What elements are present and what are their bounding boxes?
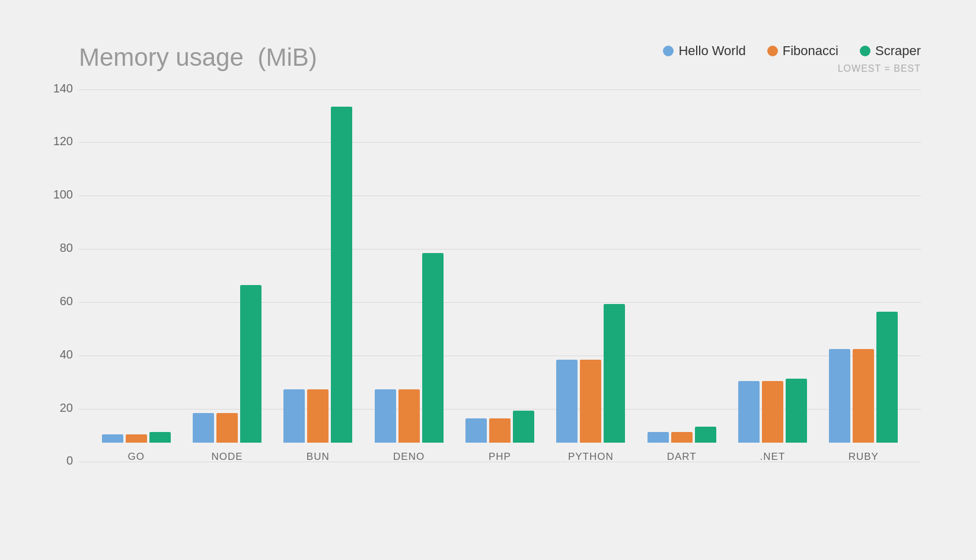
legend-item-scraper: Scraper	[860, 43, 921, 59]
bar-deno-scraper	[422, 253, 444, 443]
bar-ruby-scraper	[876, 312, 898, 443]
chart-area: 140120100806040200 GONODEBUNDENOPHPPYTHO…	[79, 89, 921, 492]
legend-label-hello-world: Hello World	[678, 43, 745, 59]
bar-deno-fibonacci	[398, 389, 420, 443]
legend-note: LOWEST = BEST	[838, 63, 921, 74]
bar-ruby-hello	[829, 349, 850, 443]
bars-bun	[283, 107, 352, 443]
bars-.net	[738, 379, 807, 443]
bar-dart-fibonacci	[671, 432, 693, 443]
bar-php-fibonacci	[489, 418, 511, 443]
bar-group-dart: DART	[648, 427, 716, 463]
bar-deno-hello	[375, 389, 396, 443]
bar-group-python: PYTHON	[556, 304, 625, 463]
y-axis-label-20: 20	[43, 401, 73, 415]
bar-group-bun: BUN	[283, 107, 352, 463]
bar-.net-fibonacci	[762, 381, 783, 443]
bar-group-node: NODE	[193, 285, 261, 463]
title-main: Memory usage	[79, 43, 244, 71]
bar-go-fibonacci	[126, 434, 147, 443]
legend-label-fibonacci: Fibonacci	[783, 43, 838, 59]
y-axis-label-40: 40	[43, 348, 73, 361]
y-axis-label-100: 100	[43, 188, 73, 201]
bar-group-deno: DENO	[375, 253, 444, 463]
bar-group-php: PHP	[465, 411, 534, 463]
legend-dot-fibonacci	[767, 46, 778, 56]
bar-bun-fibonacci	[307, 389, 328, 443]
bar-php-hello	[465, 418, 487, 443]
y-axis-label-0: 0	[43, 454, 73, 468]
bars-python	[556, 304, 625, 443]
group-label-php: PHP	[489, 451, 511, 463]
bar-group-ruby: RUBY	[829, 312, 898, 463]
legend-items: Hello WorldFibonacciScraper	[663, 43, 921, 59]
bar-group-go: GO	[102, 432, 171, 463]
bar-python-fibonacci	[580, 360, 601, 443]
bar-.net-hello	[738, 381, 760, 443]
group-label-node: NODE	[211, 451, 243, 463]
bars-dart	[648, 427, 716, 443]
bar-dart-hello	[648, 432, 669, 443]
chart-container: Memory usage (MiB) Hello WorldFibonacciS…	[20, 20, 956, 541]
y-axis-label-60: 60	[43, 295, 73, 308]
bar-.net-scraper	[786, 379, 807, 443]
y-axis-label-140: 140	[43, 82, 73, 95]
bar-go-scraper	[149, 432, 171, 443]
y-axis-label-80: 80	[43, 241, 73, 255]
chart-title: Memory usage (MiB)	[79, 43, 317, 72]
bars-deno	[375, 253, 444, 443]
group-label-ruby: RUBY	[849, 451, 879, 463]
legend-dot-scraper	[860, 46, 870, 56]
bar-python-scraper	[604, 304, 625, 443]
group-label-python: PYTHON	[568, 451, 614, 463]
bar-group-.net: .NET	[738, 379, 807, 463]
group-label-deno: DENO	[393, 451, 425, 463]
bar-bun-hello	[283, 389, 305, 443]
group-label-bun: BUN	[307, 451, 330, 463]
bars-go	[102, 432, 171, 443]
bars-php	[465, 411, 534, 443]
bar-go-hello	[102, 434, 123, 443]
bars-ruby	[829, 312, 898, 443]
bars-area: GONODEBUNDENOPHPPYTHONDART.NETRUBY	[79, 89, 921, 463]
chart-legend: Hello WorldFibonacciScraper LOWEST = BES…	[663, 43, 921, 74]
legend-item-fibonacci: Fibonacci	[767, 43, 838, 59]
bar-node-scraper	[240, 285, 261, 443]
bar-php-scraper	[513, 411, 534, 443]
legend-label-scraper: Scraper	[875, 43, 921, 59]
bar-python-hello	[556, 360, 578, 443]
group-label-.net: .NET	[760, 451, 786, 463]
legend-dot-hello-world	[663, 46, 674, 56]
bar-dart-scraper	[695, 427, 716, 443]
bar-ruby-fibonacci	[853, 349, 874, 443]
title-unit: (MiB)	[257, 43, 317, 71]
legend-item-hello-world: Hello World	[663, 43, 745, 59]
bar-bun-scraper	[331, 107, 352, 443]
bar-node-hello	[193, 413, 214, 443]
bar-node-fibonacci	[216, 413, 238, 443]
group-label-dart: DART	[667, 451, 697, 463]
y-axis-label-120: 120	[43, 135, 73, 148]
bars-node	[193, 285, 261, 443]
group-label-go: GO	[127, 451, 144, 463]
